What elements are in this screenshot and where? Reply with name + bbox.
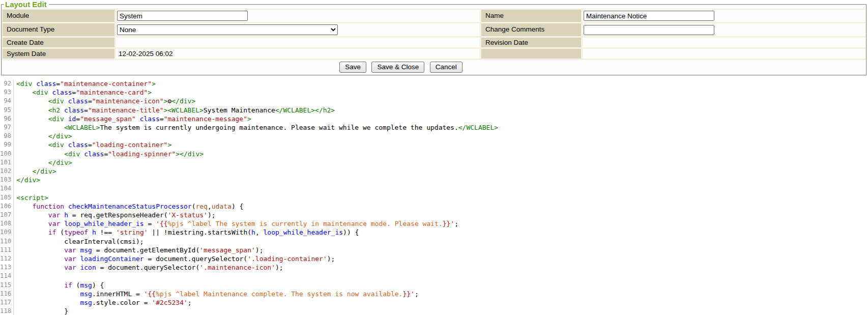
code-line-content: <div class="maintenance-container"> — [16, 79, 156, 88]
code-line: 98 </div> — [0, 132, 868, 140]
code-line-content: if (msg) { — [16, 281, 104, 290]
page-title: Layout Edit — [4, 0, 49, 9]
line-number: 94 — [0, 97, 14, 105]
line-number: 95 — [0, 106, 14, 114]
line-number: 107 — [0, 211, 14, 219]
change-comments-input[interactable] — [584, 25, 714, 35]
code-line-content: <div class="loading-spinner"></div> — [16, 150, 204, 158]
code-line: 99 <div class="loading-container"> — [0, 140, 868, 149]
code-line-content: if (typeof h !== 'string' || !miestring.… — [16, 228, 359, 237]
code-line: 117 msg.style.color = '#2c5234'; — [0, 298, 868, 307]
module-input[interactable] — [117, 11, 248, 21]
line-number: 92 — [0, 79, 14, 88]
line-number: 101 — [0, 158, 14, 167]
code-line-content: clearInterval(cmsi); — [16, 237, 143, 246]
code-line-content: </div> — [16, 158, 72, 167]
line-number: 100 — [0, 150, 14, 158]
code-line-content: msg.style.color = '#2c5234'; — [16, 298, 191, 307]
form-buttons-row: Save Save & Close Cancel — [1, 60, 867, 76]
code-line: 108 var loop_while_header_is = '{{%pjs ^… — [0, 219, 868, 228]
empty-label-cell — [481, 49, 581, 59]
line-number: 105 — [0, 193, 14, 202]
code-line-content: <script> — [16, 193, 48, 202]
system-date-text: 12-02-2025 06:02 — [117, 50, 173, 58]
layout-form: Module Name Document Type None Change Co… — [2, 9, 866, 60]
line-number: 104 — [0, 184, 14, 193]
code-line-content: </div> — [16, 132, 72, 140]
code-line: 116 msg.innerHTML = '{{%pjs ^label Maint… — [0, 290, 868, 298]
document-type-select[interactable]: None — [117, 24, 338, 35]
code-line: 109 if (typeof h !== 'string' || !miestr… — [0, 228, 868, 237]
code-line-content: var loop_while_header_is = '{{%pjs ^labe… — [16, 219, 458, 228]
code-lines: 92<div class="maintenance-container">93 … — [0, 79, 868, 315]
line-number: 117 — [0, 298, 14, 307]
code-line-content: <h2 class="maintenance-title"><WCLABEL>S… — [16, 106, 335, 114]
name-label: Name — [481, 10, 581, 22]
code-line: 96 <div id="message_span" class="mainten… — [0, 114, 868, 123]
line-number: 114 — [0, 272, 14, 280]
code-line: 94 <div class="maintenance-icon">⚙</div> — [0, 97, 868, 105]
line-number: 103 — [0, 176, 14, 184]
code-line-content: <div class="loading-container"> — [16, 140, 171, 149]
code-line: 115 if (msg) { — [0, 281, 868, 290]
code-line: 104 — [0, 184, 868, 193]
code-line: 101 </div> — [0, 158, 868, 167]
line-number: 102 — [0, 167, 14, 176]
code-line: 102 </div> — [0, 167, 868, 176]
create-date-value — [116, 38, 480, 47]
line-number: 96 — [0, 114, 14, 123]
code-line-content: var msg = document.getElementById('messa… — [16, 246, 263, 254]
code-editor[interactable]: 92<div class="maintenance-container">93 … — [0, 76, 868, 315]
code-line: 113 var icon = document.querySelector('.… — [0, 263, 868, 272]
line-number: 106 — [0, 202, 14, 211]
code-line-content: msg.innerHTML = '{{%pjs ^label Maintenan… — [16, 290, 419, 298]
code-line: 107 var h = req.getResponseHeader('X-sta… — [0, 211, 868, 219]
save-and-close-button[interactable]: Save & Close — [371, 62, 424, 73]
code-line-content: <div class="maintenance-icon">⚙</div> — [16, 97, 195, 105]
line-number: 98 — [0, 132, 14, 140]
code-line-content: <WCLABEL>The system is currently undergo… — [16, 123, 498, 132]
code-line: 92<div class="maintenance-container"> — [0, 79, 868, 88]
code-line: 97 <WCLABEL>The system is currently unde… — [0, 123, 868, 132]
save-button[interactable]: Save — [339, 62, 366, 73]
system-date-value: 12-02-2025 06:02 — [116, 49, 480, 59]
line-number: 116 — [0, 290, 14, 298]
line-number: 115 — [0, 281, 14, 290]
name-input[interactable] — [584, 11, 714, 21]
change-comments-label: Change Comments — [481, 23, 581, 36]
code-line: 105<script> — [0, 193, 868, 202]
line-number: 109 — [0, 228, 14, 237]
code-line-content: </div> — [16, 176, 40, 184]
code-line-content: </div> — [16, 167, 56, 176]
code-line: 95 <h2 class="maintenance-title"><WCLABE… — [0, 106, 868, 114]
document-type-label: Document Type — [3, 23, 114, 36]
code-line-content: function checkMaintenanceStatusProcessor… — [16, 202, 243, 211]
code-line-content: <div class="maintenance-card"> — [16, 88, 152, 97]
module-label: Module — [3, 10, 114, 22]
code-line: 103</div> — [0, 176, 868, 184]
code-line-content: var loadingContainer = document.querySel… — [16, 254, 335, 263]
code-line: 112 var loadingContainer = document.quer… — [0, 254, 868, 263]
line-number: 112 — [0, 254, 14, 263]
code-line-content: var icon = document.querySelector('.main… — [16, 263, 283, 272]
code-line-content: <div id="message_span" class="maintenanc… — [16, 114, 251, 123]
cancel-button[interactable]: Cancel — [430, 62, 462, 73]
line-number: 97 — [0, 123, 14, 132]
empty-value-cell — [583, 49, 865, 59]
create-date-label: Create Date — [3, 38, 114, 47]
code-line-content: } — [16, 307, 68, 315]
module-value-cell — [116, 10, 480, 22]
code-line: 114 — [0, 272, 868, 280]
code-line-content: var h = req.getResponseHeader('X-status'… — [16, 211, 215, 219]
line-number: 111 — [0, 246, 14, 254]
code-line: 100 <div class="loading-spinner"></div> — [0, 150, 868, 158]
code-line: 106 function checkMaintenanceStatusProce… — [0, 202, 868, 211]
code-line: 110 clearInterval(cmsi); — [0, 237, 868, 246]
revision-date-value — [583, 38, 865, 47]
system-date-label: System Date — [3, 49, 114, 59]
code-line: 111 var msg = document.getElementById('m… — [0, 246, 868, 254]
code-line: 93 <div class="maintenance-card"> — [0, 88, 868, 97]
line-number: 118 — [0, 307, 14, 315]
document-type-value-cell: None — [116, 23, 480, 36]
line-number: 108 — [0, 219, 14, 228]
